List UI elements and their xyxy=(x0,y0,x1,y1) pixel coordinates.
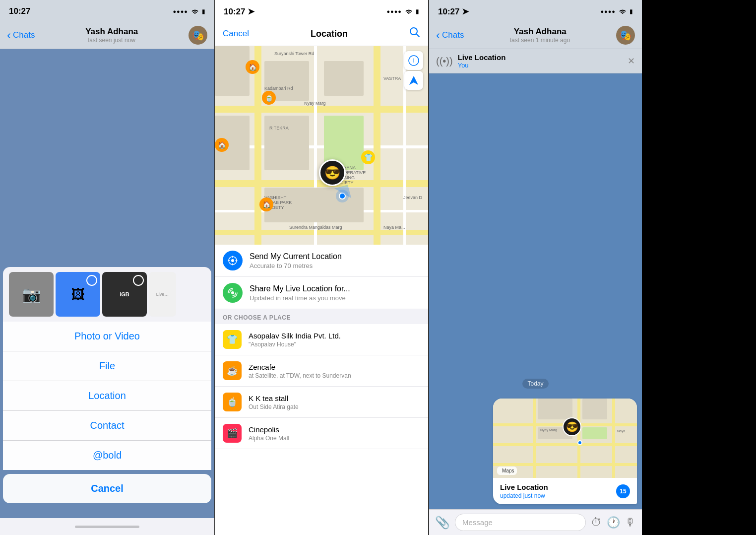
nav-bar-3: ‹ Chats Yash Adhana last seen 1 minute a… xyxy=(429,22,642,49)
location-nav: Cancel Location xyxy=(215,22,428,46)
photo-icon-1: 🖼 xyxy=(71,286,85,303)
status-icons-3: ●●●● ▮ xyxy=(600,7,633,16)
contact-name-1: Yash Adhana xyxy=(85,27,138,37)
place-item-2[interactable]: ☕ Zencafe at Satellite, at TDW, next to … xyxy=(215,355,428,387)
thumb-select-circle-2 xyxy=(133,275,144,286)
current-location-text: Send My Current Location Accurate to 70 … xyxy=(250,252,342,269)
current-location-icon xyxy=(223,251,243,270)
nav-bar-1: ‹ Chats Yash Adhana last seen just now 🎭 xyxy=(0,22,214,49)
back-label-3: Chats xyxy=(442,30,464,40)
map-block-6 xyxy=(215,46,250,96)
mic-icon[interactable]: 🎙 xyxy=(625,516,636,529)
share-live-location[interactable]: Share My Live Location for... Updated in… xyxy=(215,277,428,309)
map-label-surendra: Surendra Mangaldas Marg xyxy=(289,225,342,230)
svg-text:i: i xyxy=(413,57,415,64)
bubble-badge: 15 xyxy=(616,484,630,498)
mention-option[interactable]: @bold xyxy=(3,441,211,470)
send-current-location[interactable]: Send My Current Location Accurate to 70 … xyxy=(215,245,428,277)
timer-icon[interactable]: ⏱ xyxy=(591,516,602,529)
battery-icon-3: ▮ xyxy=(630,8,633,15)
cancel-button-1[interactable]: Cancel xyxy=(3,474,211,503)
today-wrapper: Today xyxy=(429,379,642,394)
photo-video-option[interactable]: Photo or Video xyxy=(3,322,211,351)
time-2: 10:27 ➤ xyxy=(224,6,254,17)
bubble-road-h2 xyxy=(493,443,637,446)
place-text-3: K K tea stall Out Side Atira gate xyxy=(249,394,299,410)
bubble-naya-label: Naya ... xyxy=(617,429,629,433)
battery-icon-2: ▮ xyxy=(416,8,419,15)
back-button-1[interactable]: ‹ Chats xyxy=(7,28,35,42)
media-thumbnails: 📷 🖼 iGB Live… xyxy=(3,267,211,322)
map-label-nyay: Nyay Marg xyxy=(304,101,326,106)
wifi-icon-1 xyxy=(191,7,199,16)
clock-icon[interactable]: 🕐 xyxy=(607,516,620,529)
map-info-button[interactable]: i xyxy=(404,51,423,70)
bubble-info: Live Location updated just now 15 xyxy=(493,478,637,504)
photo-thumb-3[interactable]: Live… xyxy=(149,272,176,317)
live-location-text: Share My Live Location for... Updated in… xyxy=(250,284,350,302)
back-button-3[interactable]: ‹ Chats xyxy=(436,28,464,42)
place-item-4[interactable]: 🎬 Cinepolis Alpha One Mall xyxy=(215,418,428,449)
map-label-surya: Suryanshi Tower Rd xyxy=(274,51,314,56)
status-icons-1: ●●●● ▮ xyxy=(173,7,205,16)
home-bar-1 xyxy=(75,526,139,528)
map-view[interactable]: VASTRA R TEKRA RACHANACOOPERATIVEHOUSING… xyxy=(215,46,428,245)
map-pin-1: 🏠 xyxy=(246,60,259,74)
place-item-3[interactable]: 🍵 K K tea stall Out Side Atira gate xyxy=(215,387,428,418)
back-label-1: Chats xyxy=(13,30,35,40)
map-pin-5: 👕 xyxy=(361,150,375,164)
contact-name-3: Yash Adhana xyxy=(510,27,570,37)
road-h1 xyxy=(215,106,428,113)
location-title: Location xyxy=(311,29,348,39)
bubble-road-v2 xyxy=(577,399,580,478)
status-bar-3: 10:27 ➤ ●●●● ▮ xyxy=(429,0,642,22)
location-option[interactable]: Location xyxy=(3,381,211,411)
bubble-block-4 xyxy=(582,427,607,439)
cancel-button-2[interactable]: Cancel xyxy=(223,29,249,39)
message-input[interactable]: Message xyxy=(455,514,586,531)
photo-thumb-1[interactable]: 🖼 xyxy=(56,272,100,317)
wifi-icon-3 xyxy=(619,7,627,16)
search-button[interactable] xyxy=(409,27,420,41)
attach-icon[interactable]: 📎 xyxy=(435,516,450,530)
road-h5 xyxy=(215,230,428,235)
user-avatar-map: 😎 xyxy=(319,159,346,186)
action-list: Photo or Video File Location Contact @bo… xyxy=(3,322,211,470)
road-h3 xyxy=(215,180,428,187)
maps-label: Maps xyxy=(502,468,514,473)
map-label-jeevan: Jeevan D xyxy=(403,195,422,200)
back-chevron-3: ‹ xyxy=(436,28,440,42)
map-block-2 xyxy=(324,61,364,96)
contact-status-1: last seen just now xyxy=(85,37,138,44)
bubble-road-v1 xyxy=(533,399,536,478)
place-text-1: Asopalav Silk India Pvt. Ltd. "Asopalav … xyxy=(249,332,341,348)
bubble-block-3 xyxy=(582,399,607,419)
bubble-text: Live Location updated just now xyxy=(500,483,548,499)
time-1: 10:27 xyxy=(9,6,30,16)
live-location-left: ((•)) Live Location You xyxy=(436,53,505,69)
avatar-1: 🎭 xyxy=(189,26,207,45)
bubble-apple-maps-logo: Maps xyxy=(497,467,517,475)
map-background: VASTRA R TEKRA RACHANACOOPERATIVEHOUSING… xyxy=(215,46,428,245)
live-location-bubble[interactable]: Nyay Marg Naya ... 😎 Maps Live Loca xyxy=(493,399,637,504)
place-icon-4: 🎬 xyxy=(223,424,242,443)
live-close-button[interactable]: ✕ xyxy=(628,56,635,67)
photo-thumb-2[interactable]: iGB xyxy=(102,272,147,317)
svg-point-7 xyxy=(231,291,234,294)
camera-thumb[interactable]: 📷 xyxy=(9,272,54,317)
place-item-1[interactable]: 👕 Asopalav Silk India Pvt. Ltd. "Asopala… xyxy=(215,324,428,355)
svg-marker-4 xyxy=(409,76,418,85)
bubble-map: Nyay Marg Naya ... 😎 Maps xyxy=(493,399,637,478)
map-label-tekra: R TEKRA xyxy=(269,126,289,131)
camera-icon: 📷 xyxy=(22,286,41,303)
map-navigation-button[interactable] xyxy=(404,71,423,90)
file-option[interactable]: File xyxy=(3,351,211,381)
contact-option[interactable]: Contact xyxy=(3,411,211,441)
bubble-block-1 xyxy=(538,399,572,419)
map-block-3 xyxy=(264,116,309,170)
map-label-vastra: VASTRA xyxy=(383,76,401,81)
road-v3 xyxy=(374,46,380,245)
place-icon-3: 🍵 xyxy=(223,393,242,411)
place-text-4: Cinepolis Alpha One Mall xyxy=(249,425,289,442)
signal-icon-1: ●●●● xyxy=(173,8,188,14)
